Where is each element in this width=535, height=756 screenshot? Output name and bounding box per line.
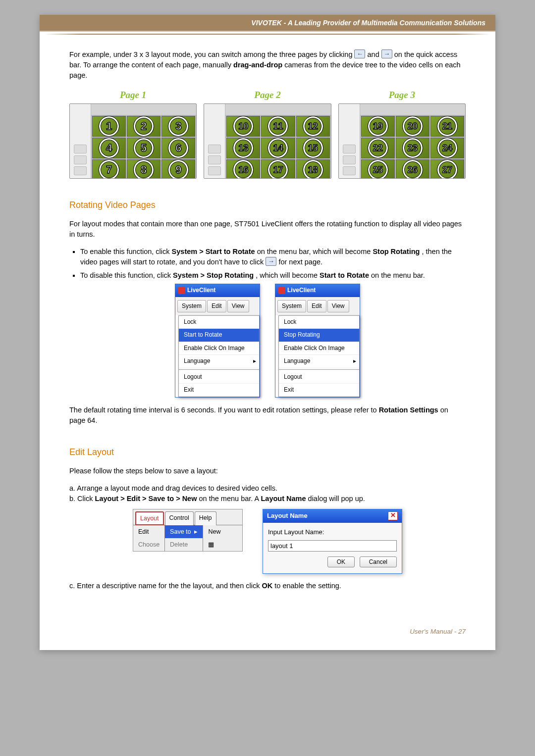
menu-item[interactable]: Lock — [279, 316, 359, 329]
video-cell[interactable]: 3 — [161, 116, 195, 137]
menu-item[interactable]: Start to Rotate — [179, 329, 259, 342]
menu-item-saveto[interactable]: Save to ▸ — [165, 525, 203, 538]
text-bold: OK — [262, 582, 272, 590]
content-area: For example, under 3 x 3 layout mode, yo… — [40, 50, 495, 628]
menu-item[interactable]: Exit — [179, 384, 259, 397]
text: To disable this function, click — [80, 271, 173, 279]
text: dialog will pop up. — [308, 495, 365, 503]
header-bar: VIVOTEK - A Leading Provider of Multimed… — [40, 15, 495, 32]
video-cell[interactable]: 5 — [127, 138, 160, 158]
step-c: c. Enter a descriptive name for the the … — [69, 581, 466, 591]
video-cell[interactable]: 7 — [92, 159, 126, 179]
video-cell[interactable]: 18 — [296, 159, 330, 179]
window-title-text: LiveClient — [187, 286, 215, 295]
video-cell[interactable]: 9 — [161, 159, 195, 179]
rotating-outro: The default rotating time interval is 6 … — [69, 405, 466, 426]
menu-screenshot: LiveClientSystemEditViewLockStart to Rot… — [175, 284, 260, 398]
video-cell[interactable]: 2 — [127, 116, 160, 137]
video-cell[interactable]: 24 — [430, 138, 464, 158]
tab-help[interactable]: Help — [195, 511, 216, 525]
menu-item[interactable]: Logout — [179, 371, 259, 384]
cell-number: 24 — [437, 138, 457, 158]
video-cell[interactable]: 8 — [127, 159, 160, 179]
menu-screenshot: LiveClientSystemEditViewLockStop Rotatin… — [275, 284, 360, 398]
menu-item[interactable]: Language — [279, 355, 359, 368]
menu-edit[interactable]: Edit — [207, 300, 226, 312]
video-cell[interactable]: 6 — [161, 138, 195, 158]
cell-number: 27 — [437, 160, 457, 179]
tab-control[interactable]: Control — [165, 511, 194, 525]
page-column: Page 1123456789 — [69, 88, 197, 179]
edit-intro: Please follow the steps below to save a … — [69, 466, 466, 476]
video-cell[interactable]: 22 — [361, 138, 395, 158]
ok-button[interactable]: OK — [327, 556, 355, 567]
cell-number: 21 — [437, 116, 457, 136]
menu-edit[interactable]: Edit — [307, 300, 326, 312]
menu-separator — [179, 369, 259, 370]
menu-item[interactable]: Logout — [279, 371, 359, 384]
menu-tabs: Layout Control Help — [133, 509, 242, 525]
step-b: b. Click Layout > Edit > Save to > New o… — [69, 494, 466, 504]
menu-item[interactable]: Language — [179, 355, 259, 368]
video-cell[interactable]: 11 — [261, 116, 295, 137]
video-cell[interactable]: 23 — [396, 138, 429, 158]
layout-name-dialog: Layout Name ✕ Input Layout Name: OK Canc… — [263, 509, 402, 574]
menu-item-edit[interactable]: Edit — [133, 525, 164, 538]
menu-system[interactable]: System — [177, 300, 206, 312]
app-sidebar — [204, 104, 225, 178]
cell-number: 14 — [268, 138, 288, 158]
video-cell[interactable]: 14 — [261, 138, 295, 158]
right-arrow-icon[interactable]: → — [266, 257, 276, 266]
text-bold: System > Start to Rotate — [172, 248, 255, 255]
menu-item[interactable]: Enable Click On Image — [279, 342, 359, 355]
right-arrow-icon[interactable]: → — [381, 50, 392, 58]
video-cell[interactable]: 26 — [396, 159, 429, 179]
menu-view[interactable]: View — [327, 300, 349, 312]
text-bold: Layout > Edit > Save to > New — [95, 495, 197, 503]
cell-number: 8 — [134, 160, 154, 179]
cell-number: 3 — [168, 116, 188, 136]
video-cell[interactable]: 16 — [226, 159, 260, 179]
video-cell[interactable]: 27 — [430, 159, 464, 179]
cell-number: 22 — [368, 138, 388, 158]
menu-item[interactable]: Stop Rotating — [279, 329, 359, 342]
page-label: Page 2 — [204, 88, 331, 102]
video-cell[interactable]: 4 — [92, 138, 126, 158]
video-cell[interactable]: 15 — [296, 138, 330, 158]
cell-number: 20 — [403, 116, 423, 136]
page-label: Page 1 — [69, 88, 197, 102]
layout-name-input[interactable] — [268, 540, 397, 552]
video-cell[interactable]: 19 — [361, 116, 395, 137]
cancel-button[interactable]: Cancel — [360, 556, 397, 567]
layout-row: Layout Control Help Edit Choose Save to … — [69, 509, 466, 574]
menu-view[interactable]: View — [227, 300, 249, 312]
video-cell[interactable]: 13 — [226, 138, 260, 158]
menu-item-delete: Delete — [165, 538, 203, 551]
cell-number: 15 — [303, 138, 323, 158]
menu-item[interactable]: Exit — [279, 384, 359, 397]
cell-number: 12 — [303, 116, 323, 136]
page-column: Page 2101112131415161718 — [204, 88, 331, 179]
app-logo-icon — [178, 287, 185, 294]
video-grid: 192021222324252627 — [360, 115, 465, 178]
text: To enable this function, click — [80, 248, 172, 255]
video-cell[interactable]: 21 — [430, 116, 464, 137]
cell-number: 1 — [99, 116, 119, 136]
video-cell[interactable]: 10 — [226, 116, 260, 137]
menu-item[interactable]: Enable Click On Image — [179, 342, 259, 355]
tab-layout[interactable]: Layout — [135, 511, 164, 525]
cell-number: 23 — [403, 138, 423, 158]
cell-number: 4 — [99, 138, 119, 158]
menu-item[interactable]: Lock — [179, 316, 259, 329]
left-arrow-icon[interactable]: ← — [354, 50, 365, 58]
video-cell[interactable]: 17 — [261, 159, 295, 179]
video-cell[interactable]: 25 — [361, 159, 395, 179]
dialog-label: Input Layout Name: — [268, 528, 397, 537]
video-cell[interactable]: 20 — [396, 116, 429, 137]
video-cell[interactable]: 12 — [296, 116, 330, 137]
menu-system[interactable]: System — [277, 300, 306, 312]
sidebar-icon — [343, 166, 356, 175]
video-cell[interactable]: 1 — [92, 116, 126, 137]
close-icon[interactable]: ✕ — [388, 511, 398, 520]
menu-item-new[interactable]: New — [203, 525, 225, 538]
